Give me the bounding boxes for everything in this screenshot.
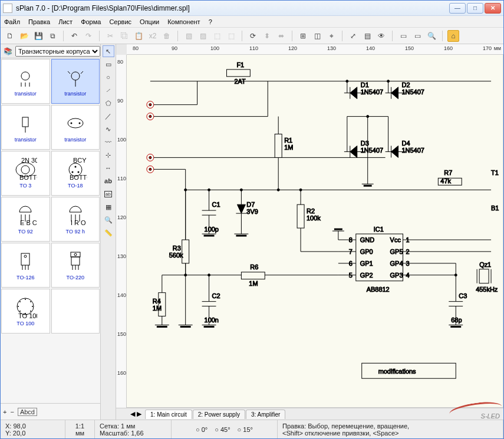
- tool-circle[interactable]: ○: [103, 71, 114, 83]
- refresh-icon[interactable]: ⟳: [247, 30, 259, 42]
- angle-45[interactable]: 45°: [220, 426, 230, 433]
- left-ruler: 8090100110120130140150160: [116, 55, 127, 408]
- tool-spline[interactable]: 〰: [103, 136, 114, 148]
- copy-icon[interactable]: ⿻: [118, 30, 130, 42]
- tool-image[interactable]: ▦: [103, 201, 114, 213]
- menubar: Файл Правка Лист Форма Сервис Опции Комп…: [1, 16, 503, 28]
- open-icon[interactable]: 📂: [18, 30, 30, 42]
- svg-text:D7: D7: [246, 201, 255, 208]
- component-TO 3[interactable]: BOTTOM VIEW2N 3055TO 3: [1, 151, 50, 196]
- find-icon[interactable]: 👁: [375, 30, 387, 42]
- svg-point-63: [149, 168, 151, 170]
- component-transistor[interactable]: transistor: [51, 59, 100, 104]
- undo-icon[interactable]: ↶: [68, 30, 80, 42]
- tool-text-box[interactable]: ab: [103, 188, 114, 200]
- tool-line[interactable]: ／: [103, 110, 114, 122]
- svg-point-4: [71, 72, 80, 80]
- menu-component[interactable]: Компонент: [167, 18, 200, 25]
- svg-point-50: [19, 301, 21, 302]
- list-icon[interactable]: ▤: [361, 30, 373, 42]
- svg-text:D4: D4: [402, 140, 410, 147]
- maximize-button[interactable]: □: [467, 3, 483, 14]
- component-TO-126[interactable]: TO-126: [1, 243, 50, 288]
- tab-nav[interactable]: ◀ ▶: [127, 410, 145, 418]
- svg-rect-141: [241, 272, 265, 279]
- sheet-tab-2[interactable]: 3: Amplifier: [246, 410, 285, 419]
- minimize-button[interactable]: —: [449, 3, 466, 14]
- measure-icon[interactable]: ⊞: [297, 30, 309, 42]
- duplicate-icon[interactable]: x2: [147, 30, 159, 42]
- svg-text:C3: C3: [459, 292, 467, 299]
- tool-polygon[interactable]: ⬠: [103, 97, 114, 109]
- tool-zoom[interactable]: 🔍: [103, 214, 114, 226]
- parents-icon[interactable]: ⬍: [261, 30, 273, 42]
- send-back-icon[interactable]: ▨: [197, 30, 209, 42]
- ruler-tick: 130: [117, 253, 126, 259]
- bring-front-icon[interactable]: ▧: [183, 30, 195, 42]
- group-icon[interactable]: ⬚: [211, 30, 223, 42]
- svg-text:GP2: GP2: [360, 272, 373, 279]
- tool-text-bold[interactable]: ab: [103, 175, 114, 187]
- cut-icon[interactable]: ✂: [104, 30, 116, 42]
- parents2-icon[interactable]: ⬌: [275, 30, 287, 42]
- tool-special[interactable]: ⊹: [103, 149, 114, 161]
- menu-help[interactable]: ?: [209, 18, 212, 25]
- angle-15[interactable]: 15°: [243, 426, 253, 433]
- tool-ruler[interactable]: 📏: [103, 227, 114, 239]
- snap-icon[interactable]: ⌖: [325, 30, 337, 42]
- svg-text:C2: C2: [212, 292, 220, 299]
- menu-service[interactable]: Сервис: [109, 18, 131, 25]
- preview-icon[interactable]: ▭: [411, 30, 423, 42]
- zoom-out-button[interactable]: −: [10, 408, 14, 415]
- svg-point-14: [21, 166, 29, 174]
- fit-page-icon[interactable]: ⤢: [347, 30, 359, 42]
- component-transistor[interactable]: transistor: [51, 105, 100, 150]
- menu-options[interactable]: Опции: [140, 18, 159, 25]
- component-TO 92[interactable]: E B CTO 92: [1, 197, 50, 242]
- sheet-tab-1[interactable]: 2: Power supply: [193, 410, 245, 419]
- menu-file[interactable]: Файл: [4, 18, 20, 25]
- save-all-icon[interactable]: ⧉: [47, 30, 58, 42]
- magnify-icon[interactable]: 🔍: [426, 30, 437, 42]
- label-toggle[interactable]: Abcd: [18, 408, 37, 416]
- svg-rect-103: [275, 134, 282, 158]
- svg-point-48: [19, 311, 21, 312]
- tool-dimension[interactable]: ↔: [103, 162, 114, 174]
- component-TO-220[interactable]: TO-220: [51, 243, 100, 288]
- library-icon[interactable]: 📚: [3, 45, 13, 57]
- svg-point-212: [208, 189, 210, 191]
- library-dropdown[interactable]: Транзисторные корпуса: [15, 46, 100, 57]
- paste-icon[interactable]: 📋: [133, 30, 144, 42]
- zoom-tool-icon[interactable]: ◫: [311, 30, 323, 42]
- menu-edit[interactable]: Правка: [28, 18, 50, 25]
- print-icon[interactable]: ▭: [397, 30, 409, 42]
- component-transistor[interactable]: transistor: [1, 105, 50, 150]
- tool-rect[interactable]: ▭: [103, 58, 114, 70]
- delete-icon[interactable]: 🗑: [161, 30, 173, 42]
- close-button[interactable]: ✕: [485, 3, 501, 14]
- tool-bezier[interactable]: ∿: [103, 123, 114, 135]
- schematic-canvas[interactable]: F1 2AT: [127, 55, 503, 408]
- svg-marker-77: [391, 87, 398, 99]
- component-TO-18[interactable]: BOTTOM VIEWBCY 58TO-18: [51, 151, 100, 196]
- save-icon[interactable]: 💾: [32, 30, 44, 42]
- component-TO 92 h[interactable]: I R OTO 92 h: [51, 197, 100, 242]
- redo-icon[interactable]: ↷: [83, 30, 94, 42]
- svg-text:1N5407: 1N5407: [402, 88, 424, 95]
- svg-text:1M: 1M: [284, 144, 293, 151]
- zoom-in-button[interactable]: +: [3, 408, 6, 415]
- ungroup-icon[interactable]: ⬚: [225, 30, 237, 42]
- tool-polyline[interactable]: ⟋: [103, 84, 114, 96]
- component-transistor[interactable]: transistor: [1, 59, 50, 104]
- new-file-icon[interactable]: 🗋: [4, 30, 16, 42]
- tool-pointer[interactable]: ↖: [103, 45, 114, 57]
- home-icon[interactable]: ⌂: [447, 30, 459, 42]
- sheet-tab-0[interactable]: 1: Main circuit: [145, 410, 192, 419]
- component-TO 100[interactable]: TO 100 top viewTO 100: [1, 289, 50, 334]
- menu-sheet[interactable]: Лист: [58, 18, 73, 25]
- titlebar: sPlan 7.0 - [D:\Program Files\Splan70\Fi…: [1, 1, 503, 16]
- menu-shape[interactable]: Форма: [81, 18, 101, 25]
- svg-line-6: [81, 71, 83, 74]
- angle-0[interactable]: 0°: [202, 426, 208, 433]
- component-empty[interactable]: [51, 289, 100, 334]
